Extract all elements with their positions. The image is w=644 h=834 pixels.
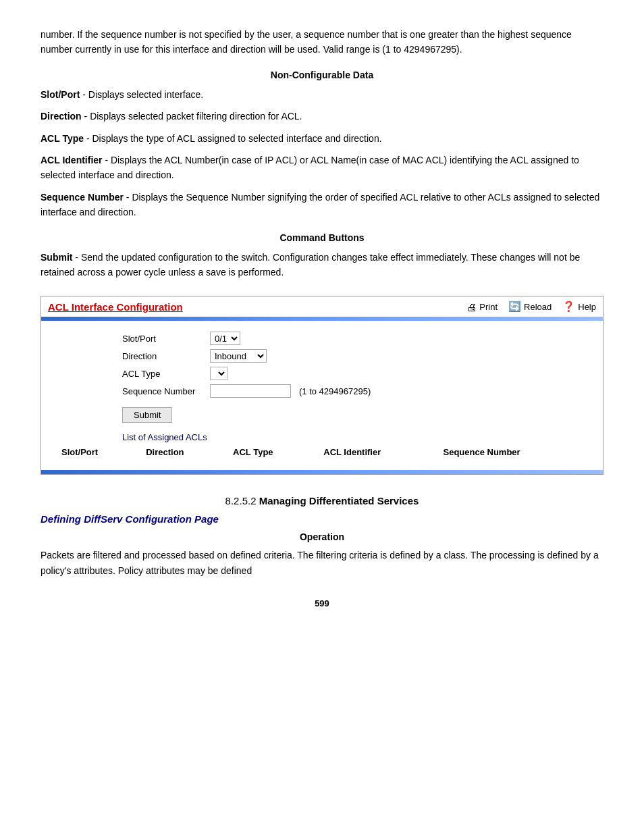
table-header-row: Slot/Port Direction ACL Type ACL Identif…: [55, 445, 589, 459]
direction-label: Direction: [41, 111, 82, 122]
section-title: Managing Differentiated Services: [259, 495, 419, 506]
acltype-field: ACL Type - Displays the type of ACL assi…: [41, 131, 603, 146]
slotport-form-label: Slot/Port: [122, 334, 210, 344]
acl-panel: ACL Interface Configuration Print Reload…: [41, 296, 603, 475]
seqnum-label: Sequence Number: [41, 192, 124, 203]
acltype-text: - Displays the type of ACL assigned to s…: [86, 133, 382, 144]
acltype-label: ACL Type: [41, 133, 84, 144]
form-table: Slot/Port 0/1 Direction Inbound Outbound: [122, 332, 589, 398]
slotport-text: - Displays selected interface.: [82, 89, 203, 100]
aclid-label: ACL Identifier: [41, 155, 103, 165]
col-slotport: Slot/Port: [55, 445, 139, 459]
help-label: Help: [578, 302, 596, 312]
direction-text: - Displays selected packet filtering dir…: [84, 111, 302, 122]
slotport-row: Slot/Port 0/1: [122, 332, 589, 345]
acltype-select[interactable]: [210, 367, 227, 380]
submit-label-doc: Submit: [41, 252, 72, 263]
list-label: List of Assigned ACLs: [122, 432, 589, 442]
operation-heading: Operation: [41, 531, 603, 542]
submit-button[interactable]: Submit: [122, 407, 172, 423]
direction-form-value: Inbound Outbound: [210, 349, 267, 363]
acl-table: Slot/Port Direction ACL Type ACL Identif…: [55, 445, 589, 459]
print-button[interactable]: Print: [466, 301, 498, 313]
seqnum-text: - Displays the Sequence Number signifyin…: [41, 192, 599, 217]
help-icon: [562, 301, 575, 313]
acl-panel-title: ACL Interface Configuration: [48, 301, 183, 313]
seqnum-input[interactable]: [210, 384, 291, 398]
help-button[interactable]: Help: [562, 301, 596, 313]
diffserv-heading: Defining DiffServ Configuration Page: [41, 513, 603, 525]
slotport-field: Slot/Port - Displays selected interface.: [41, 87, 603, 102]
seqnum-form-label: Sequence Number: [122, 386, 210, 396]
direction-select[interactable]: Inbound Outbound: [210, 349, 267, 363]
section-number-block: 8.2.5.2 Managing Differentiated Services: [41, 495, 603, 506]
cmdbtns-heading: Command Buttons: [41, 232, 603, 243]
slotport-form-value: 0/1: [210, 332, 240, 345]
col-aclid: ACL Identifier: [317, 445, 436, 459]
submit-row: Submit: [122, 407, 589, 423]
slotport-select[interactable]: 0/1: [210, 332, 240, 345]
section-num: 8.2.5.2: [225, 495, 257, 506]
direction-form-label: Direction: [122, 351, 210, 361]
acltype-form-label: ACL Type: [122, 369, 210, 379]
direction-field: Direction - Displays selected packet fil…: [41, 109, 603, 124]
slotport-label: Slot/Port: [41, 89, 80, 100]
direction-row: Direction Inbound Outbound: [122, 349, 589, 363]
reload-label: Reload: [524, 302, 552, 312]
page-number: 599: [41, 598, 603, 608]
seqnum-row: Sequence Number (1 to 4294967295): [122, 384, 589, 398]
print-icon: [466, 301, 477, 313]
submit-field: Submit - Send the updated configuration …: [41, 250, 603, 280]
nonconfig-heading: Non-Configurable Data: [41, 70, 603, 80]
reload-icon: [508, 301, 521, 313]
col-direction: Direction: [139, 445, 226, 459]
acltype-row: ACL Type: [122, 367, 589, 380]
reload-button[interactable]: Reload: [508, 301, 552, 313]
acltype-form-value: [210, 367, 227, 380]
acl-form-content: Slot/Port 0/1 Direction Inbound Outbound: [41, 321, 603, 470]
aclid-text: - Displays the ACL Number(in case of IP …: [41, 155, 579, 180]
aclid-field: ACL Identifier - Displays the ACL Number…: [41, 153, 603, 183]
submit-text: - Send the updated configuration to the …: [41, 252, 580, 278]
seqnum-range: (1 to 4294967295): [299, 386, 371, 396]
col-seqnum: Sequence Number: [437, 445, 590, 459]
bottom-blue-bar: [41, 470, 603, 474]
seqnum-field: Sequence Number - Displays the Sequence …: [41, 190, 603, 220]
operation-text: Packets are filtered and processed based…: [41, 548, 603, 578]
acl-panel-header: ACL Interface Configuration Print Reload…: [41, 296, 603, 317]
col-acltype: ACL Type: [226, 445, 317, 459]
intro-paragraph1: number. If the sequence number is not sp…: [41, 27, 603, 57]
seqnum-form-value: (1 to 4294967295): [210, 384, 371, 398]
print-label: Print: [479, 302, 498, 312]
header-actions: Print Reload Help: [466, 301, 596, 313]
